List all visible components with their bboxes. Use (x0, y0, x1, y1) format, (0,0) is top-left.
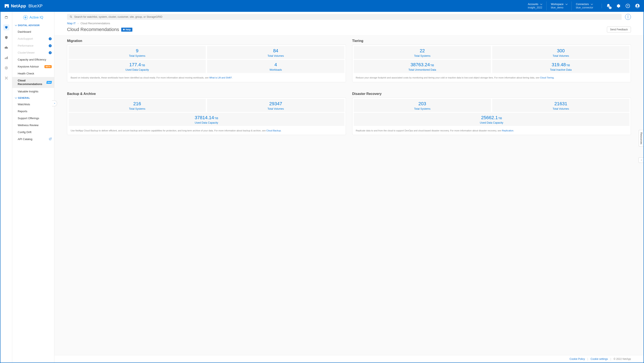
stat-total-systems[interactable]: 216Total Systems (68, 99, 206, 112)
stat-workloads[interactable]: 4Workloads (207, 60, 344, 73)
stat-total-systems[interactable]: 203Total Systems (354, 99, 491, 112)
help-badge[interactable]: Help (121, 28, 132, 32)
stat-value: 25662.1 (481, 115, 498, 120)
stat-unit: TiB (214, 117, 218, 120)
chevron-down-icon (15, 24, 17, 27)
rail-extensions-icon[interactable] (3, 75, 9, 81)
nav-api-catalog[interactable]: API Catalog (12, 136, 54, 143)
nav-valuable-insights[interactable]: Valuable Insights (12, 88, 54, 95)
nav-label: Support Offerings (18, 117, 39, 120)
stat-total-volumes[interactable]: 29347Total Volumes (207, 99, 344, 112)
breadcrumb-root[interactable]: Ntap IT (67, 22, 76, 25)
footer-link[interactable]: Cloud Tiering (540, 76, 554, 79)
footer-link[interactable]: What is Lift and Shift? (209, 76, 232, 79)
rail-storage-icon[interactable] (3, 14, 9, 20)
stat-unit: TiB (141, 64, 145, 67)
notifications-icon[interactable]: 1 (606, 4, 611, 8)
stat-value: 300 (492, 48, 630, 54)
brand-logo[interactable]: NetApp BlueXP (4, 3, 42, 9)
sidebar-brand[interactable]: ✻ Active IQ (12, 13, 54, 22)
footer-link[interactable]: Cloud Backup (266, 129, 281, 132)
stat-label: Used Data Capacity (68, 68, 206, 71)
stat-total-systems[interactable]: 9Total Systems (68, 46, 206, 59)
send-feedback-button[interactable]: Send Feedback (607, 27, 631, 33)
nav-dashboard[interactable]: Dashboard (12, 28, 54, 35)
footer-text: Based on industry standards, these workl… (70, 76, 209, 79)
svg-point-7 (5, 16, 8, 17)
beta-badge: BETA (44, 65, 52, 68)
sidebar-brand-label: Active IQ (30, 16, 43, 20)
nav-label: API Catalog (18, 138, 32, 141)
rail-compute-icon[interactable] (3, 65, 9, 71)
svg-point-21 (628, 18, 628, 18)
search-input[interactable] (74, 16, 619, 18)
stat-value: 177.4 (129, 62, 141, 67)
nav-clusterviewer[interactable]: ClusterVieweri (12, 49, 54, 56)
rail-shield-icon[interactable] (3, 35, 9, 41)
nav-reports[interactable]: Reports (12, 108, 54, 115)
selector-accounts[interactable]: Accounts insight_2022 (524, 2, 546, 10)
page-footer: Cookie Policy | Cookie settings | © 2022… (54, 355, 644, 362)
help-icon[interactable]: ? (626, 4, 630, 8)
stat-label: Total Unmonitored Data (354, 68, 491, 71)
nav-watchlists[interactable]: Watchlists (12, 101, 54, 108)
nav-label: Config Drift (18, 131, 32, 134)
nav-label: ClusterViewer (18, 51, 35, 54)
resources-expand-button[interactable] (638, 157, 644, 163)
stat-label: Total Volumes (207, 55, 344, 57)
stat-label: Total Systems (354, 55, 491, 57)
rail-analytics-icon[interactable] (3, 55, 9, 61)
stat-total-volumes[interactable]: 300Total Volumes (492, 46, 630, 59)
nav-label: CloudRecommendations (18, 79, 42, 86)
footer-text: Use NetApp Cloud Backup to deliver effic… (70, 129, 266, 132)
stat-value: 37814.14 (195, 115, 214, 120)
cookie-policy-link[interactable]: Cookie Policy (570, 357, 585, 360)
stat-inactive[interactable]: 319.48TiBTotal Inactive Data (492, 60, 630, 73)
rail-health-icon[interactable] (3, 25, 9, 30)
stat-used-capacity[interactable]: 177.4TiBUsed Data Capacity (68, 60, 206, 73)
section-title: Backup & Archive (67, 89, 346, 98)
nav-health-check[interactable]: Health Check (12, 70, 54, 77)
nav-label: Watchlists (18, 103, 30, 106)
snowflake-icon: ✻ (23, 15, 28, 20)
nav-config-drift[interactable]: Config Drift (12, 129, 54, 136)
stat-value: 22 (354, 48, 491, 54)
nav-autosupport[interactable]: AutoSupporti (12, 35, 54, 42)
stat-used-capacity[interactable]: 37814.14TiBUsed Data Capacity (68, 113, 344, 126)
user-avatar-icon[interactable] (635, 4, 640, 8)
section-general[interactable]: GENERAL (12, 95, 54, 101)
svg-point-12 (6, 68, 7, 69)
resources-tab[interactable]: Resources (639, 130, 644, 147)
svg-rect-10 (7, 57, 8, 59)
nav-label: Performance (18, 44, 33, 47)
search-bar[interactable] (67, 14, 622, 20)
stat-label: Total Systems (68, 107, 206, 110)
footer-link[interactable]: Replication (502, 129, 513, 132)
rail-cloud-sync-icon[interactable] (3, 45, 9, 51)
stat-value: 9 (68, 48, 206, 54)
card-footer: Reduce your storage footprint and associ… (354, 74, 630, 81)
nav-capacity-efficiency[interactable]: Capacity and Efficiency (12, 56, 54, 63)
selector-connectors[interactable]: Connectors blue_connector (572, 2, 598, 10)
stat-used-capacity[interactable]: 25662.1TiBUsed Data Capacity (354, 113, 630, 126)
svg-line-18 (72, 17, 72, 18)
selector-workspace[interactable]: Workspace blue_demo (546, 2, 572, 10)
card-footer: Based on industry standards, these workl… (68, 74, 344, 81)
nav-wellness-review[interactable]: Wellness Review (12, 122, 54, 129)
stat-total-volumes[interactable]: 84Total Volumes (207, 46, 344, 59)
info-dot-icon: i (49, 51, 52, 54)
section-backup: Backup & Archive 216Total Systems 29347T… (67, 89, 346, 135)
cookie-settings-link[interactable]: Cookie settings (591, 357, 608, 360)
netapp-logo-icon (4, 3, 9, 9)
stat-unit: TiB (566, 64, 570, 67)
stat-total-systems[interactable]: 22Total Systems (354, 46, 491, 59)
gear-icon[interactable] (616, 4, 620, 8)
nav-keystone-advisor[interactable]: Keystone AdvisorBETA (12, 63, 54, 70)
nav-performance[interactable]: Performancei (12, 42, 54, 49)
section-digital-advisor[interactable]: DIGITAL ADVISOR (12, 22, 54, 28)
nav-support-offerings[interactable]: Support Offerings (12, 115, 54, 122)
stat-total-volumes[interactable]: 21631Total Volumes (492, 99, 630, 112)
stat-unmonitored[interactable]: 38763.24TiBTotal Unmonitored Data (354, 60, 491, 73)
nav-cloud-recommendations[interactable]: CloudRecommendationsNew (12, 77, 54, 88)
more-actions-button[interactable] (625, 14, 631, 20)
